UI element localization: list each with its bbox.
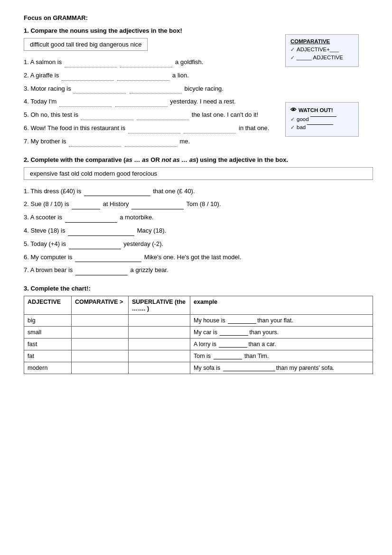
s2-q6-text: My computer is: [30, 254, 72, 261]
s2-q2-blank2: [131, 209, 184, 209]
s2-end: ) using the adjective in the box.: [196, 156, 288, 163]
s1-q1-num: 1.: [24, 58, 30, 66]
s1-q4-blank2: [115, 106, 168, 107]
s1-q6-blank1: [128, 133, 180, 133]
row5-adj: modern: [24, 362, 72, 374]
page-title: Focus on GRAMMAR:: [24, 14, 373, 21]
check-icon-good: ✓: [290, 116, 295, 122]
s2-em1: as … as: [126, 156, 149, 163]
s1-ex-3: 3. Motor racing is bicycle racing.: [24, 84, 373, 94]
good-label: good: [297, 116, 309, 122]
col-superlative: SUPERLATIVE (the ……. ): [129, 296, 190, 315]
s1-q2-blank1: [62, 80, 114, 81]
s2-q1-text: This dress (£40) is: [30, 188, 81, 195]
s2-q4-num: 4.: [24, 227, 30, 234]
eye-icon: 👁: [290, 106, 297, 113]
s1-q4-after: yesterday. I need a rest.: [170, 98, 236, 105]
s2-ex-2: 2. Sue (8 / 10) is at History Tom (8 / 1…: [24, 199, 373, 209]
row5-ex: My sofa is than my parents' sofa.: [190, 362, 373, 374]
row1-blank: [228, 323, 256, 324]
s1-q3-blank1: [74, 93, 126, 94]
watchout-bad: ✓ bad: [290, 124, 354, 131]
table-row: fast A lorry is than a car.: [24, 339, 373, 350]
s2-heading-prefix: Complete with the comparative (: [30, 156, 125, 163]
section-2: 2. Complete with the comparative (as … a…: [24, 156, 373, 276]
s1-q3-num: 3.: [24, 85, 30, 92]
s1-q6-num: 6.: [24, 124, 30, 132]
row3-sup: [129, 339, 190, 350]
s2-q5-blank: [69, 249, 121, 249]
col-comparative: COMPARATIVE >: [72, 296, 129, 315]
s1-q1-blank2: [120, 67, 172, 67]
check-icon-bad: ✓: [290, 124, 295, 131]
section-1-title: 1. Compare the nouns using the adjective…: [24, 27, 373, 34]
section-3: 3. Complete the chart!: ADJECTIVE COMPAR…: [24, 285, 373, 374]
comparative-item-1: ✓ ADJECTIVE+___: [290, 47, 354, 53]
s2-q2-blank1: [72, 209, 100, 209]
row5-comp: [72, 362, 129, 374]
row1-adj: big: [24, 315, 72, 327]
col-adjective: ADJECTIVE: [24, 296, 72, 315]
s2-q5-num: 5.: [24, 240, 30, 247]
row4-ex: Tom is than Tim.: [190, 350, 373, 362]
s2-q7-end: a grizzly bear.: [131, 266, 168, 273]
row4-comp: [72, 350, 129, 362]
comparative-item-2: ✓ _____ ADJECTIVE: [290, 55, 354, 61]
section-3-title: 3. Complete the chart!:: [24, 285, 373, 292]
s2-q2-mid: at History: [103, 200, 129, 207]
s2-ex-5: 5. Today (+4) is yesterday (-2).: [24, 239, 373, 249]
s1-q4-before: Today I'm: [30, 98, 56, 105]
s3-heading: Complete the chart!:: [29, 285, 91, 292]
s1-q5-after: the last one. I can't do it!: [192, 111, 259, 118]
s1-q4-num: 4.: [24, 98, 30, 105]
s1-q7-num: 7.: [24, 138, 30, 145]
table-row: small My car is than yours.: [24, 327, 373, 339]
row1-comp: [72, 315, 129, 327]
comparative-title: COMPARATIVE: [290, 38, 354, 44]
s1-q5-num: 5.: [24, 111, 30, 118]
s2-q7-num: 7.: [24, 266, 30, 273]
row1-ex: My house is than your flat.: [190, 315, 373, 327]
s2-num: 2.: [24, 156, 29, 163]
s2-q5-end: yesterday (-2).: [123, 240, 163, 247]
s1-q1-blank1: [65, 67, 117, 67]
s2-em2: not as … as: [161, 156, 196, 163]
section-1-number: 1.: [24, 27, 29, 34]
row2-sup: [129, 327, 190, 339]
s1-q5-blank2: [137, 120, 189, 120]
s2-ex-1: 1. This dress (£40) is that one (£ 40).: [24, 187, 373, 197]
s1-q7-blank1: [69, 146, 121, 147]
s1-q6-after: in that one.: [239, 124, 269, 132]
s1-q3-before: Motor racing is: [30, 85, 71, 92]
s1-q2-before: A giraffe is: [30, 72, 59, 79]
section-1-words: difficult good tall tired big dangerous …: [24, 38, 148, 51]
bad-blank: [307, 124, 333, 125]
s2-ex-6: 6. My computer is Mike's one. He's got t…: [24, 253, 373, 263]
s2-q3-num: 3.: [24, 214, 30, 221]
check-icon-2: ✓: [290, 55, 295, 61]
s2-q7-blank: [75, 275, 128, 275]
s2-q4-text: Steve (18) is: [30, 227, 65, 234]
check-icon-1: ✓: [290, 47, 295, 53]
good-blank: [310, 116, 336, 117]
s2-q1-end: that one (£ 40).: [153, 188, 195, 195]
section-1-heading: Compare the nouns using the adjectives i…: [29, 27, 182, 34]
watchout-box: 👁 WATCH OUT! ✓ good ✓ bad: [285, 102, 359, 137]
row5-sup: [129, 362, 190, 374]
s2-q4-end: Macy (18).: [137, 227, 166, 234]
s1-q3-after: bicycle racing.: [185, 85, 224, 92]
s1-q5-before: Oh no, this test is: [30, 111, 78, 118]
s1-ex-2: 2. A giraffe is a lion.: [24, 71, 373, 81]
s1-ex-7: 7. My brother is me.: [24, 137, 373, 147]
row1-sup: [129, 315, 190, 327]
s2-q6-blank: [75, 262, 141, 262]
watchout-good: ✓ good: [290, 116, 354, 122]
row5-blank: [223, 371, 275, 371]
row3-ex: A lorry is than a car.: [190, 339, 373, 350]
section-2-wordbox: expensive fast old cold modern good fero…: [24, 167, 373, 180]
section-2-title: 2. Complete with the comparative (as … a…: [24, 156, 373, 163]
s1-q1-after: a goldfish.: [175, 58, 203, 66]
s2-q2-end: Tom (8 / 10).: [187, 200, 221, 207]
s2-q6-end: Mike's one. He's got the last model.: [144, 254, 241, 261]
watchout-label: WATCH OUT!: [299, 107, 333, 113]
